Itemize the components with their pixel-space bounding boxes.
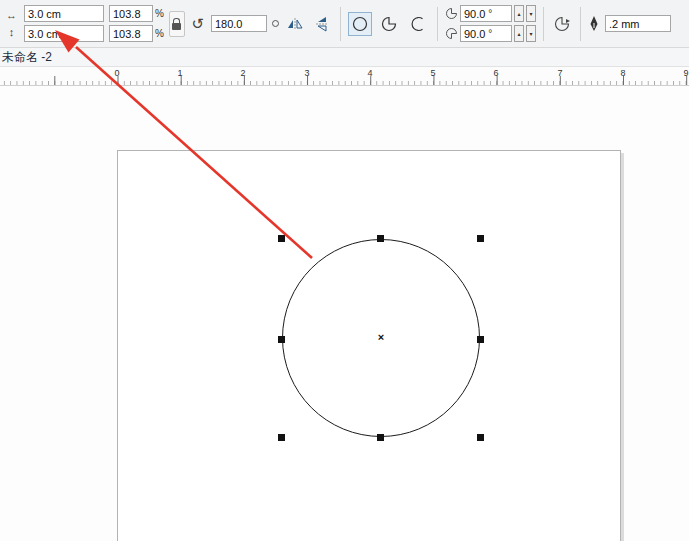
change-direction-button[interactable] bbox=[551, 13, 573, 35]
ruler-label: 7 bbox=[557, 68, 562, 78]
end-angle-up-button[interactable]: ▴ bbox=[514, 25, 524, 42]
arc-button[interactable] bbox=[406, 12, 430, 36]
selection-center-marker: × bbox=[374, 331, 388, 343]
degree-ring-icon bbox=[272, 20, 279, 27]
ruler-label: 3 bbox=[304, 68, 309, 78]
scale-x-input[interactable] bbox=[109, 5, 153, 22]
lock-icon bbox=[173, 18, 180, 23]
outline-pen-icon bbox=[588, 15, 600, 33]
outline-width-input[interactable] bbox=[605, 15, 671, 32]
ruler-label: 0 bbox=[114, 68, 119, 78]
pie-button[interactable] bbox=[377, 12, 401, 36]
workspace: × bbox=[0, 86, 689, 541]
selection-handle-top-right[interactable] bbox=[477, 235, 484, 242]
arc-icon bbox=[409, 15, 427, 33]
selection-handle-top-center[interactable] bbox=[377, 235, 384, 242]
object-height-icon: ↕ bbox=[4, 25, 19, 39]
document-tab-bar: 未命名 -2 bbox=[0, 48, 689, 67]
start-angle-up-button[interactable]: ▴ bbox=[514, 5, 524, 22]
selection-handle-bottom-center[interactable] bbox=[377, 434, 384, 441]
scale-y-unit: % bbox=[155, 28, 164, 39]
size-icon-group: ↔ ↕ bbox=[4, 8, 19, 39]
ruler-label: 9 bbox=[683, 68, 688, 78]
scale-y-input[interactable] bbox=[109, 25, 153, 42]
horizontal-ruler[interactable]: 0 1 2 3 4 5 6 7 8 9 bbox=[0, 67, 689, 86]
start-angle-down-button[interactable]: ▾ bbox=[526, 5, 536, 22]
ellipse-icon bbox=[351, 15, 369, 33]
scale-group: % % bbox=[109, 5, 164, 42]
selection-handle-bottom-left[interactable] bbox=[278, 434, 285, 441]
rotation-angle-input[interactable] bbox=[211, 15, 267, 32]
lock-ratio-button[interactable] bbox=[169, 11, 185, 37]
ruler-label: 2 bbox=[240, 68, 245, 78]
start-angle-input[interactable]: 90.0 ° bbox=[460, 5, 512, 22]
mirror-horizontal-button[interactable] bbox=[284, 13, 306, 35]
object-height-input[interactable] bbox=[24, 25, 104, 42]
property-bar: ↔ ↕ % % ↺ bbox=[0, 0, 689, 48]
separator bbox=[580, 7, 581, 41]
pie-icon bbox=[380, 15, 398, 33]
mirror-vertical-icon bbox=[315, 15, 329, 33]
ruler-label: 4 bbox=[367, 68, 372, 78]
selection-handle-mid-right[interactable] bbox=[477, 336, 484, 343]
separator bbox=[543, 7, 544, 41]
start-angle-icon bbox=[445, 7, 458, 20]
scale-x-unit: % bbox=[155, 8, 164, 19]
object-width-icon: ↔ bbox=[4, 8, 19, 22]
ellipse-button[interactable] bbox=[348, 12, 372, 36]
selection-handle-mid-left[interactable] bbox=[278, 336, 285, 343]
ruler-label: 1 bbox=[177, 68, 182, 78]
separator bbox=[437, 7, 438, 41]
selection-handle-bottom-right[interactable] bbox=[477, 434, 484, 441]
arc-angles-group: 90.0 ° ▴ ▾ 90.0 ° ▴ ▾ bbox=[445, 5, 536, 42]
mirror-horizontal-icon bbox=[286, 17, 304, 31]
object-width-input[interactable] bbox=[24, 5, 104, 22]
app-window: ↔ ↕ % % ↺ bbox=[0, 0, 689, 541]
ruler-label: 6 bbox=[493, 68, 498, 78]
ruler-label: 8 bbox=[620, 68, 625, 78]
separator bbox=[340, 7, 341, 41]
document-tab[interactable]: 未命名 -2 bbox=[0, 49, 52, 66]
ruler-ticks bbox=[0, 67, 689, 85]
rotate-icon: ↺ bbox=[190, 17, 206, 31]
selection-handle-top-left[interactable] bbox=[278, 235, 285, 242]
change-direction-icon bbox=[553, 15, 571, 33]
object-size-group bbox=[24, 5, 104, 42]
end-angle-icon bbox=[445, 27, 458, 40]
end-angle-down-button[interactable]: ▾ bbox=[526, 25, 536, 42]
end-angle-input[interactable]: 90.0 ° bbox=[460, 25, 512, 42]
mirror-vertical-button[interactable] bbox=[311, 13, 333, 35]
ruler-label: 5 bbox=[430, 68, 435, 78]
